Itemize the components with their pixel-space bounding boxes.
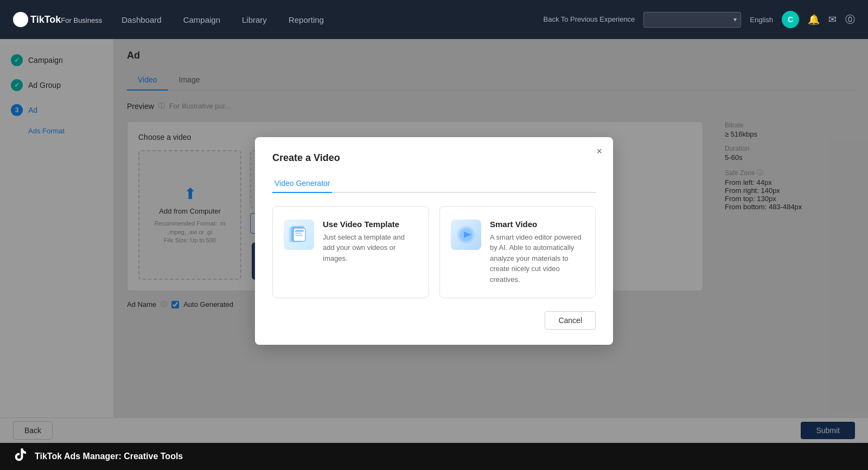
main-nav: Dashboard Campaign Library Reporting [119, 11, 526, 29]
mail-icon[interactable]: ✉ [828, 14, 837, 25]
template-option-text: Use Video Template Just select a templat… [323, 220, 417, 264]
modal-close-button[interactable]: × [596, 146, 602, 157]
nav-dashboard[interactable]: Dashboard [119, 11, 163, 29]
nav-campaign[interactable]: Campaign [181, 11, 222, 29]
navbar: TikTokFor Business Dashboard Campaign Li… [0, 0, 868, 39]
tiktok-icon [13, 12, 28, 27]
template-icon [284, 220, 314, 250]
modal-option-template[interactable]: Use Video Template Just select a templat… [272, 206, 429, 299]
svg-rect-5 [295, 235, 303, 236]
account-selector-wrapper [643, 12, 741, 28]
smart-option-desc: A smart video editor powered by AI. Able… [490, 232, 584, 285]
modal-title: Create a Video [272, 152, 596, 164]
modal-overlay: Create a Video × Video Generator [0, 39, 868, 443]
smart-video-icon [451, 220, 481, 250]
footer-logo [13, 447, 28, 466]
modal-cancel-button[interactable]: Cancel [545, 311, 596, 330]
template-option-desc: Just select a template and add your own … [323, 232, 417, 264]
modal-tabs: Video Generator [272, 175, 596, 193]
navbar-right: Back To Previous Experience English C 🔔 … [544, 11, 856, 28]
nav-library[interactable]: Library [240, 11, 269, 29]
modal-tab-video-generator[interactable]: Video Generator [272, 175, 332, 193]
brand-logo: TikTokFor Business [13, 12, 102, 27]
help-icon[interactable]: ⓪ [845, 13, 855, 26]
modal-create-video: Create a Video × Video Generator [255, 137, 613, 345]
language-label: English [750, 16, 773, 24]
footer-title: TikTok Ads Manager: Creative Tools [35, 452, 183, 461]
account-dropdown[interactable] [643, 12, 741, 28]
back-to-previous[interactable]: Back To Previous Experience [544, 15, 635, 24]
brand-name: TikTokFor Business [30, 14, 102, 25]
svg-rect-4 [295, 233, 302, 234]
modal-options: Use Video Template Just select a templat… [272, 206, 596, 299]
template-option-title: Use Video Template [323, 220, 417, 229]
footer: TikTok Ads Manager: Creative Tools [0, 443, 868, 470]
smart-option-text: Smart Video A smart video editor powered… [490, 220, 584, 285]
nav-reporting[interactable]: Reporting [286, 11, 326, 29]
modal-footer: Cancel [272, 311, 596, 330]
notification-icon[interactable]: 🔔 [808, 14, 820, 25]
modal-option-smart[interactable]: Smart Video A smart video editor powered… [439, 206, 596, 299]
avatar[interactable]: C [782, 11, 799, 28]
svg-rect-3 [295, 230, 304, 231]
smart-option-title: Smart Video [490, 220, 584, 229]
